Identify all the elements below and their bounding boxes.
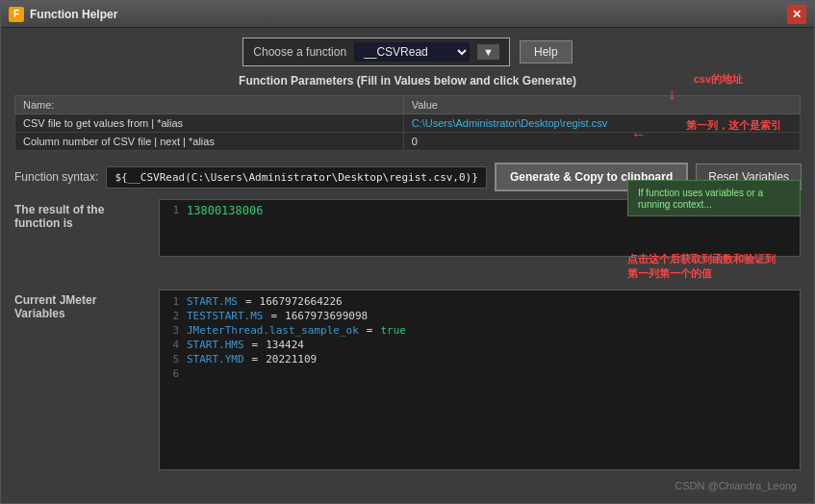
choose-function-container: Choose a function __CSVRead ▼ [242,38,510,66]
var-line-1: 2 TESTSTART.MS = 1667973699098 [164,309,796,323]
var-val-1: 1667973699098 [285,310,368,322]
var-key-3: START.HMS [187,339,244,351]
help-button[interactable]: Help [520,40,573,63]
var-key-1: TESTSTART.MS [187,310,263,322]
var-eq-0: = [245,295,252,308]
var-linenum-0: 1 [164,295,179,308]
result-label: The result of the function is [14,199,149,257]
param-value-1[interactable]: 0 [403,133,800,151]
var-line-0: 1 START.MS = 1667972664226 [164,294,796,309]
params-section: Name: Value CSV file to get values from … [14,95,801,151]
syntax-label: Function syntax: [14,170,98,184]
main-content: Choose a function __CSVRead ▼ Help Funct… [1,28,814,503]
dropdown-arrow-icon[interactable]: ▼ [477,44,499,60]
var-line-4: 5 START.YMD = 20221109 [164,352,796,366]
tooltip-box: If function uses variables or a running … [627,180,801,216]
section-title: Function Parameters (Fill in Values belo… [14,74,801,88]
main-window: F Function Helper ✕ Choose a function __… [0,0,815,504]
var-eq-3: = [252,339,259,351]
params-table: Name: Value CSV file to get values from … [14,95,801,151]
watermark: CSDN @Chiandra_Leong [14,478,801,493]
title-bar: F Function Helper ✕ [1,1,814,28]
variables-label: Current JMeter Variables [14,290,149,470]
var-val-3: 134424 [266,339,304,351]
bottom-area: The result of the function is 1 13800138… [14,199,801,470]
var-linenum-3: 4 [164,339,179,351]
function-selector-row: Choose a function __CSVRead ▼ Help [14,38,801,66]
var-key-2: JMeterThread.last_sample_ok [187,324,359,337]
result-value-0: 13800138006 [187,204,263,217]
var-eq-2: = [367,324,373,337]
param-value-0[interactable]: C:\Users\Administrator\Desktop\regist.cs… [403,114,800,133]
var-linenum-5: 6 [164,367,179,380]
window-title: Function Helper [30,8,787,21]
result-line-num-0: 1 [164,204,179,217]
var-line-2: 3 JMeterThread.last_sample_ok = true [164,323,796,338]
var-linenum-4: 5 [164,353,179,365]
var-key-0: START.MS [187,295,238,308]
choose-function-label: Choose a function [253,45,346,59]
var-key-4: START.YMD [187,353,244,365]
var-eq-1: = [270,310,277,322]
result-section: The result of the function is 1 13800138… [14,199,801,257]
table-row: Column number of CSV file | next | *alia… [15,133,801,151]
tooltip-text: If function uses variables or a running … [638,188,763,210]
var-linenum-2: 3 [164,324,179,337]
param-name-1: Column number of CSV file | next | *alia… [15,133,404,151]
syntax-value: ${__CSVRead(C:\Users\Administrator\Deskt… [106,166,487,189]
var-val-2: true [380,324,406,337]
close-button[interactable]: ✕ [787,5,806,24]
var-line-3: 4 START.HMS = 134424 [164,338,796,352]
window-icon: F [9,7,24,22]
param-name-0: CSV file to get values from | *alias [15,114,404,133]
col-name-header: Name: [15,96,404,114]
var-val-4: 20221109 [266,353,317,365]
var-linenum-1: 2 [164,310,179,322]
table-row: CSV file to get values from | *alias C:\… [15,114,801,133]
var-line-5: 6 [164,366,796,381]
variables-section: Current JMeter Variables 1 START.MS = 16… [14,290,801,470]
col-value-header: Value [403,96,800,114]
variables-box: 1 START.MS = 1667972664226 2 TESTSTART.M… [159,290,801,470]
function-dropdown[interactable]: __CSVRead [354,42,470,62]
var-val-0: 1667972664226 [260,295,343,308]
var-eq-4: = [252,353,259,365]
